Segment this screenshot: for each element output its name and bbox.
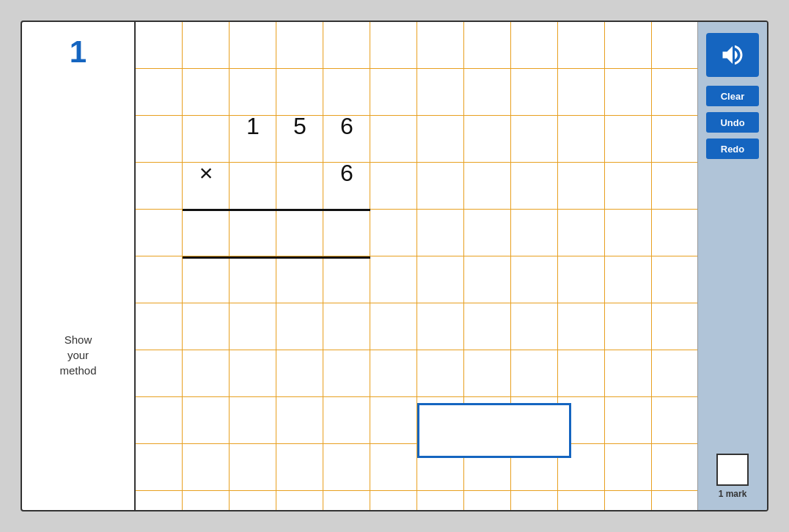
answer-box[interactable] [417, 403, 571, 458]
main-area: 1 5 6 × 6 [136, 22, 697, 510]
question-number: 1 [70, 37, 87, 67]
grid-overlay [136, 22, 697, 510]
redo-button[interactable]: Redo [706, 138, 759, 159]
mark-label: 1 mark [719, 489, 747, 499]
outer-container: 1 Showyourmethod 1 5 6 × [0, 0, 789, 532]
mark-section: 1 mark [716, 454, 749, 499]
clear-button[interactable]: Clear [706, 86, 759, 106]
mark-box [716, 454, 749, 486]
question-card: 1 Showyourmethod 1 5 6 × [21, 21, 768, 511]
audio-button[interactable] [706, 33, 759, 77]
right-panel: Clear Undo Redo 1 mark [697, 22, 767, 510]
undo-button[interactable]: Undo [706, 112, 759, 133]
speaker-icon [719, 42, 746, 68]
show-method-label: Showyourmethod [59, 332, 96, 378]
left-panel: 1 Showyourmethod [22, 22, 136, 510]
